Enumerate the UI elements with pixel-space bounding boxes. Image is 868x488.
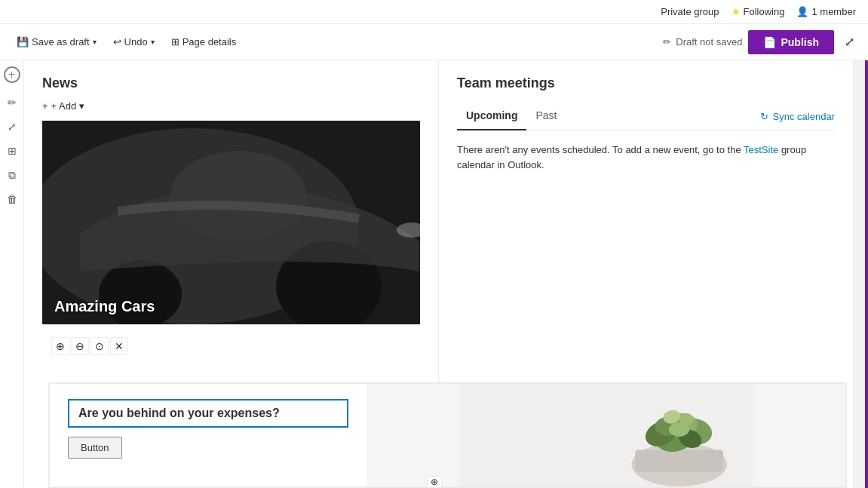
undo-chevron-icon: ▾: [151, 38, 155, 46]
car-image: [42, 121, 420, 324]
right-panel-accent: [865, 60, 868, 488]
zoom-in-button[interactable]: ⊕: [51, 337, 69, 355]
publish-button[interactable]: 📄 Publish: [748, 30, 834, 54]
tab-upcoming[interactable]: Upcoming: [457, 103, 526, 130]
left-toolbar: + ✏ ⤢ ⊞ ⧉ 🗑: [0, 60, 24, 488]
undo-button[interactable]: ↩ Undo ▾: [106, 32, 162, 52]
pencil-icon: ✏: [663, 36, 671, 48]
add-chevron-icon: ▾: [79, 100, 84, 112]
resize-button[interactable]: ⊞: [2, 140, 23, 161]
edit-button[interactable]: ✏: [2, 92, 23, 113]
zoom-reset-button[interactable]: ⊙: [90, 337, 109, 355]
page-content: News + + Add ▾: [24, 60, 853, 488]
tab-past[interactable]: Past: [526, 103, 566, 130]
zoom-reset-icon: ⊙: [95, 340, 104, 352]
zoom-out-button[interactable]: ⊖: [71, 337, 89, 355]
news-section-title: News: [42, 75, 420, 91]
banner-section: Are you behind on your expenses? Button: [48, 382, 847, 488]
save-icon: 💾: [17, 36, 29, 48]
connector-icon: ⊕: [431, 477, 438, 487]
zoom-in-icon: ⊕: [56, 340, 65, 352]
expand-button[interactable]: ⤢: [840, 30, 859, 54]
banner-image: [367, 384, 845, 486]
group-type: Private group: [661, 6, 719, 17]
meetings-title: Team meetings: [457, 75, 835, 91]
publish-icon: 📄: [763, 36, 776, 48]
member-count: 👤 1 member: [796, 6, 856, 17]
following-button[interactable]: ★ Following: [732, 6, 785, 17]
star-icon: ★: [732, 6, 741, 17]
page-details-icon: ⊞: [171, 36, 179, 48]
draft-status: ✏ Draft not saved: [663, 36, 742, 48]
undo-icon: ↩: [113, 36, 121, 48]
banner-text-box[interactable]: Are you behind on your expenses?: [68, 399, 348, 428]
add-section-button[interactable]: +: [4, 66, 20, 83]
banner-left: Are you behind on your expenses? Button: [50, 384, 367, 486]
page-details-button[interactable]: ⊞ Page details: [164, 32, 244, 52]
main-area: + ✏ ⤢ ⊞ ⧉ 🗑 News + + Add ▾: [0, 60, 868, 488]
zoom-out-icon: ⊖: [75, 340, 84, 352]
add-news-link[interactable]: + + Add ▾: [42, 100, 420, 112]
right-panel: [853, 60, 868, 488]
sync-calendar-button[interactable]: ↻ Sync calendar: [760, 111, 835, 122]
copy-button[interactable]: ⧉: [2, 164, 23, 186]
testsite-link[interactable]: TestSite: [744, 144, 778, 155]
toolbar-right: ✏ Draft not saved 📄 Publish ⤢: [663, 30, 859, 54]
news-card-title: Amazing Cars: [54, 298, 155, 315]
plus-icon: +: [42, 100, 48, 112]
toolbar-left: 💾 Save as draft ▾ ↩ Undo ▾ ⊞ Page detail…: [9, 32, 660, 52]
no-events-message: There aren't any events scheduled. To ad…: [457, 143, 835, 172]
save-chevron-icon: ▾: [93, 38, 97, 46]
zoom-close-button[interactable]: ✕: [110, 337, 128, 355]
save-as-draft-button[interactable]: 💾 Save as draft ▾: [9, 32, 104, 52]
meetings-tabs: Upcoming Past ↻ Sync calendar: [457, 103, 835, 130]
delete-button[interactable]: 🗑: [2, 189, 23, 210]
sync-icon: ↻: [760, 111, 768, 122]
top-bar: Private group ★ Following 👤 1 member: [0, 0, 868, 24]
top-bar-items: Private group ★ Following 👤 1 member: [661, 6, 856, 17]
bottom-connector-button[interactable]: ⊕: [427, 476, 442, 488]
move-button[interactable]: ⤢: [2, 116, 23, 137]
svg-rect-8: [635, 450, 723, 471]
toolbar: 💾 Save as draft ▾ ↩ Undo ▾ ⊞ Page detail…: [0, 24, 868, 60]
person-icon: 👤: [796, 6, 808, 17]
car-svg: [42, 121, 420, 324]
banner-button[interactable]: Button: [68, 437, 122, 459]
close-icon: ✕: [115, 340, 124, 352]
plant-svg: [367, 384, 845, 486]
news-image-card[interactable]: Amazing Cars: [42, 121, 420, 324]
zoom-toolbar: ⊕ ⊖ ⊙ ✕: [51, 337, 128, 355]
